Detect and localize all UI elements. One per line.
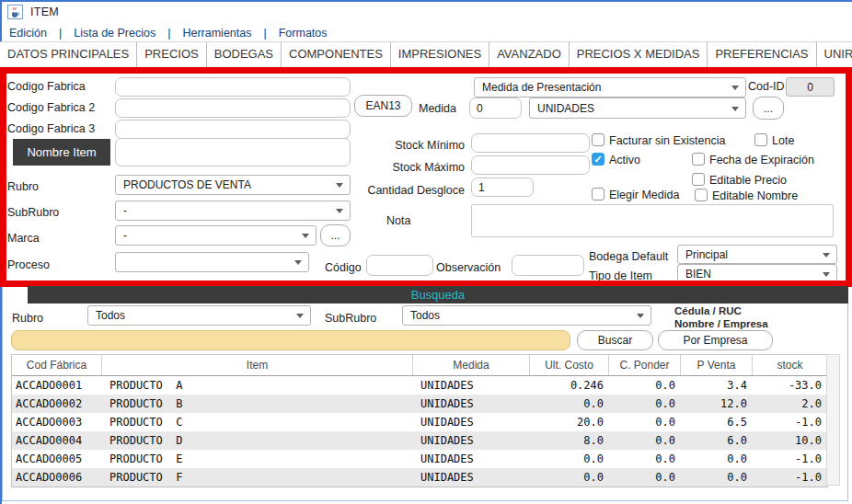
cedula-ruc-hint: Cédula / RUC [674,305,742,316]
editable-precio-checkbox[interactable] [692,173,705,186]
cod-id-label: Cod-ID [748,80,785,94]
table-cell: 0.0 [609,413,681,431]
por-empresa-button[interactable]: Por Empresa [658,330,773,350]
menu-item-herramientas[interactable]: Herramientas [182,27,251,40]
table-cell: 3.4 [681,376,753,395]
search-rubro-select[interactable]: Todos [87,305,311,326]
cantidad-desgloce-input[interactable]: 1 [471,178,534,197]
tab-avanzado[interactable]: AVANZADO [489,42,570,68]
bodega-default-select[interactable]: Principal [677,245,837,264]
tab-unir[interactable]: UNIR [817,42,852,68]
medida-presentacion-select[interactable]: Medida de Presentación [474,77,746,97]
cod-id-field: 0 [786,77,835,97]
marca-more-button[interactable]: ... [320,224,351,246]
elegir-medida-checkbox[interactable] [592,188,604,200]
codigo-fabrica-input[interactable] [115,77,351,97]
tab-impresiones[interactable]: IMPRESIONES [391,42,489,68]
table-row[interactable]: ACCADO0002PRODUCTO BUNIDADES0.00.012.02.… [12,395,827,413]
tab-precios-x-medidas[interactable]: PRECIOS X MEDIDAS [570,42,708,68]
facturar-sin-existencia-checkbox[interactable] [592,133,604,146]
column-header-p-venta[interactable]: P Venta [681,355,753,375]
medida-label: Medida [419,102,456,116]
table-scrollbar[interactable] [826,354,840,486]
nota-label: Nota [386,214,410,228]
search-subrubro-select[interactable]: Todos [402,305,651,326]
editable-precio-label: Editable Precio [709,174,787,187]
fecha-de-expiracion-checkbox[interactable] [692,153,705,166]
lote-checkbox[interactable] [754,133,767,146]
tab-componentes[interactable]: COMPONENTES [282,42,391,68]
chevron-down-icon [731,107,739,111]
stock-maximo-input[interactable] [471,155,590,175]
table-cell: 8.0 [530,431,609,450]
rubro-select[interactable]: PRODUCTOS DE VENTA [115,175,351,195]
table-row[interactable]: ACCADO0005PRODUCTO EUNIDADES0.00.00.0-1.… [12,450,827,468]
tab-datos-principales[interactable]: DATOS PRINCIPALES [0,42,137,68]
column-header-cod-fabrica[interactable]: Cod Fábrica [12,355,102,375]
nota-textarea[interactable] [471,204,834,237]
facturar-sin-existencia-label: Facturar sin Existencia [609,134,725,147]
table-cell: 0.0 [609,468,681,487]
table-header-row: Cod FábricaItemMedidaUlt. CostoC. Ponder… [12,355,827,376]
menu-item-formatos[interactable]: Formatos [279,27,328,40]
table-row[interactable]: ACCADO0004PRODUCTO DUNIDADES8.00.06.010.… [12,431,827,450]
search-query-input[interactable] [11,330,570,350]
elegir-medida-label: Elegir Medida [609,189,679,201]
menu-item-edicion[interactable]: Edición [9,27,47,40]
editable-nombre-checkbox[interactable] [695,189,708,201]
observacion-input[interactable] [512,255,584,276]
table-cell: -1.0 [753,468,827,487]
item-window: ITEM Edición|Lista de Precios|Herramient… [0,0,852,504]
buscar-button[interactable]: Buscar [577,330,653,350]
table-cell: 0.0 [681,468,753,487]
lote-label: Lote [772,134,794,147]
menu-separator: | [263,27,266,40]
codigo-input[interactable] [366,255,433,276]
menu-item-lista-de-precios[interactable]: Lista de Precios [74,27,155,40]
codigo-fabrica-3-input[interactable] [115,120,351,139]
busqueda-title-bar: Busqueda [28,286,848,304]
table-cell: 0.0 [609,431,681,450]
table-cell: 12.0 [681,395,753,413]
chevron-down-icon [823,272,830,277]
column-header-c-ponder[interactable]: C. Ponder [609,355,681,375]
menu-bar: Edición|Lista de Precios|Herramientas|Fo… [9,25,328,41]
marca-label: Marca [7,232,40,246]
table-cell: PRODUCTO E [102,450,413,468]
fecha-de-expiracion-label: Fecha de Expiración [709,154,814,166]
chevron-down-icon [336,183,343,188]
table-cell: -1.0 [753,413,827,431]
table-cell: UNIDADES [413,431,530,450]
nombre-item-input[interactable] [115,138,351,166]
tipo-de-item-select[interactable]: BIEN [677,264,837,283]
chevron-down-icon [296,314,304,318]
activo-checkbox[interactable] [592,153,604,166]
table-cell: PRODUCTO F [102,468,413,487]
proceso-select[interactable] [115,252,309,272]
tab-precios[interactable]: PRECIOS [137,42,207,68]
column-header-ult-costo[interactable]: Ult. Costo [530,355,609,375]
chevron-down-icon [336,209,343,213]
table-row[interactable]: ACCADO0003PRODUCTO CUNIDADES20.00.06.5-1… [12,413,827,431]
table-cell: 20.0 [530,413,609,431]
table-row[interactable]: ACCADO0001PRODUCTO AUNIDADES0.2460.03.4-… [12,376,827,395]
rubro-value: PRODUCTOS DE VENTA [123,178,251,191]
marca-select[interactable]: - [115,225,317,246]
table-row[interactable]: ACCADO0006PRODUCTO FUNIDADES0.00.00.0-1.… [12,468,827,487]
tab-preferencias[interactable]: PREFERENCIAS [708,42,816,68]
table-cell: PRODUCTO D [102,431,413,450]
tab-bodegas[interactable]: BODEGAS [207,42,282,68]
codigo-fabrica-2-input[interactable] [115,98,351,118]
column-header-medida[interactable]: Medida [413,355,530,375]
medida-more-button[interactable]: ... [753,97,784,120]
stock-minimo-input[interactable] [471,133,590,153]
column-header-item[interactable]: Item [102,355,413,375]
ean13-button[interactable]: EAN13 [354,95,412,117]
medida-unidad-select[interactable]: UNIDADES [529,97,746,119]
stock-minimo-label: Stock Mínimo [359,139,465,153]
column-header-stock[interactable]: stock [753,355,827,375]
subrubro-select[interactable]: - [115,200,351,221]
proceso-label: Proceso [7,258,50,272]
nombre-item-button[interactable]: Nombre Item [13,139,110,166]
medida-cantidad-input[interactable]: 0 [469,97,522,119]
